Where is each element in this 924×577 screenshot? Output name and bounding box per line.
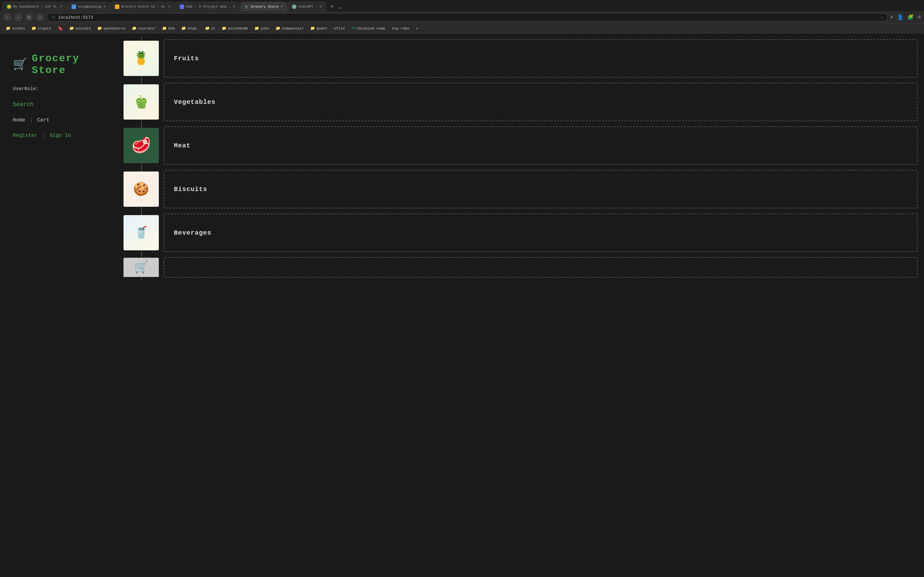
tab-vivabooking-title: VivaBooking (78, 5, 102, 9)
bookmark-psych[interactable]: 📁 psych0x00 (219, 25, 250, 31)
extensions-icon[interactable]: 🧩 (907, 14, 914, 21)
bookmark-shop-label: shop. (187, 26, 199, 31)
refresh-button[interactable]: ↻ (25, 13, 33, 21)
bookmark-quant[interactable]: 📁 quant (308, 25, 330, 31)
tab-vivabooking-close[interactable]: × (103, 4, 106, 9)
meat-card[interactable]: Meat (164, 126, 918, 165)
toolbar-icons: ⬇ 👤 🧩 ≡ (890, 14, 921, 21)
tab-groceryv2[interactable]: Grocery Store v2 - Modern App... × (111, 2, 175, 11)
bookmark-svg-repo[interactable]: svg repo (389, 26, 412, 31)
more-card[interactable] (164, 257, 918, 277)
fruits-image: 🍍 (124, 41, 159, 76)
tab-chatgpt-title: ChatGPT (298, 5, 318, 9)
more-bookmarks-icon: » (416, 26, 418, 31)
brand: 🛒 Grocery Store (13, 53, 109, 76)
bookmark-jobs-label: jobs (260, 26, 270, 31)
address-text: localhost:5173 (58, 15, 878, 20)
bookmark-uflix-label: uflix (334, 26, 345, 31)
tab-grocery-title: Grocery Store (251, 5, 278, 9)
signin-link[interactable]: Sign In (49, 133, 71, 139)
category-row-meat[interactable]: 🥩 Meat (122, 124, 924, 167)
meat-image-wrapper: 🥩 (122, 124, 160, 167)
tab-dashboard-close[interactable]: × (60, 4, 63, 9)
bookmark-yt-label: yt (211, 26, 216, 31)
sidebar: 🛒 Grocery Store UserRole: Search Home | … (0, 33, 122, 575)
folder-icon: 📁 (254, 26, 259, 31)
biscuits-image: 🍪 (124, 171, 159, 207)
folder-icon: 📁 (181, 26, 186, 31)
bookmark-dsa[interactable]: 📁 DSA (160, 25, 178, 31)
bookmark-socials[interactable]: 📁 socials (67, 25, 94, 31)
tab-bar: 😊 My Dashboard - IIT Madras On... × Viva… (0, 0, 924, 11)
bookmark-shop[interactable]: 📁 shop. (179, 25, 201, 31)
new-tab-button[interactable]: + (327, 2, 337, 11)
home-button[interactable]: ⌂ (36, 13, 44, 21)
menu-icon[interactable]: ≡ (918, 15, 921, 20)
bookmark-opensource[interactable]: 📁 openSource (95, 25, 128, 31)
bookmark-svgrepo-label: svg repo (392, 26, 409, 31)
bookmark-icon-only[interactable]: 🔖 (55, 25, 65, 32)
tab-chatgpt-close[interactable]: × (320, 4, 322, 9)
tab-chatgpt[interactable]: ChatGPT × (288, 2, 326, 11)
profile-icon[interactable]: 👤 (897, 14, 903, 21)
beverages-card[interactable]: Beverages (164, 213, 918, 252)
bookmark-yt[interactable]: 📁 yt (202, 25, 218, 31)
bookmark-opensource-label: openSource (103, 26, 126, 31)
folder-icon: 📁 (31, 26, 36, 31)
vegetables-image: 🫑 (124, 84, 159, 119)
address-bar[interactable]: 🛡 localhost:5173 ☆ (47, 13, 888, 21)
beverages-label: Beverages (174, 229, 212, 237)
tab-mad-title: MAD - 2 Project and Viva (T320... (186, 5, 231, 9)
tab-grocery-close[interactable]: × (280, 4, 283, 9)
category-row-more[interactable]: 🛒 (122, 255, 924, 280)
category-row-vegetables[interactable]: 🫑 Vegetables (122, 80, 924, 124)
bookmark-tailwind[interactable]: 〜 tailwind comp (349, 25, 388, 32)
bookmark-jobs[interactable]: 📁 jobs (252, 25, 272, 31)
biscuits-card[interactable]: Biscuits (164, 170, 918, 208)
download-icon[interactable]: ⬇ (890, 14, 893, 21)
folder-icon: 📁 (6, 26, 11, 31)
bookmark-stonks-label: stonks (12, 26, 25, 31)
folder-icon: 📁 (132, 26, 137, 31)
bookmark-tailwind-label: tailwind comp (357, 26, 385, 31)
home-link[interactable]: Home (13, 117, 25, 123)
search-link[interactable]: Search (13, 101, 109, 108)
category-row-biscuits[interactable]: 🍪 Biscuits (122, 167, 924, 211)
register-link[interactable]: Register (13, 133, 37, 139)
folder-icon: 📁 (310, 26, 315, 31)
tab-vivabooking[interactable]: VivaBooking × (67, 2, 110, 11)
fruits-card[interactable]: Fruits (164, 39, 918, 77)
folder-icon: 📁 (205, 26, 210, 31)
tab-mad-close[interactable]: × (233, 4, 236, 9)
cart-link[interactable]: Cart (37, 117, 49, 123)
tab-groceryv2-close[interactable]: × (168, 4, 171, 9)
bookmark-stonks[interactable]: 📁 stonks (3, 25, 27, 31)
forward-button[interactable]: › (14, 13, 23, 21)
biscuits-label: Biscuits (174, 185, 207, 193)
bookmark-star-icon[interactable]: ☆ (880, 15, 883, 20)
category-row-fruits[interactable]: 🍍 Fruits (122, 37, 924, 80)
tab-mad[interactable]: MAD - 2 Project and Viva (T320... × (176, 2, 240, 11)
app-layout: 🛒 Grocery Store UserRole: Search Home | … (0, 33, 924, 575)
folder-icon: 📁 (276, 26, 280, 31)
bookmark-courses-label: courses/ (138, 26, 156, 31)
bookmark-courses[interactable]: 📁 courses/ (129, 25, 158, 31)
address-bar-row: ‹ › ↻ ⌂ 🛡 localhost:5173 ☆ ⬇ 👤 🧩 ≡ (0, 11, 924, 23)
tab-dashboard[interactable]: 😊 My Dashboard - IIT Madras On... × (3, 2, 67, 11)
bookmark-crypto[interactable]: 📁 crypto (29, 25, 53, 31)
bookmarks-more[interactable]: » (413, 26, 421, 31)
bookmark-quant-label: quant (317, 26, 328, 31)
category-row-beverages[interactable]: 🥤 Beverages (122, 211, 924, 255)
tailwind-icon: 〜 (351, 26, 355, 31)
tab-grocery[interactable]: 🛒 Grocery Store × (240, 2, 287, 11)
user-role-label: UserRole: (13, 86, 109, 92)
tab-list-button[interactable]: ⌄ (339, 3, 342, 10)
vegetables-card[interactable]: Vegetables (164, 83, 918, 121)
vegetables-label: Vegetables (174, 98, 216, 106)
bookmark-uflix[interactable]: uflix (331, 26, 348, 31)
bookmark-companies[interactable]: 📁 companies/ (273, 25, 306, 31)
bookmark-psych-label: psych0x00 (228, 26, 248, 31)
bookmarks-bar: 📁 stonks 📁 crypto 🔖 📁 socials 📁 openSour… (0, 23, 924, 33)
tab-groceryv2-title: Grocery Store v2 - Modern App... (121, 5, 166, 9)
back-button[interactable]: ‹ (3, 13, 11, 21)
